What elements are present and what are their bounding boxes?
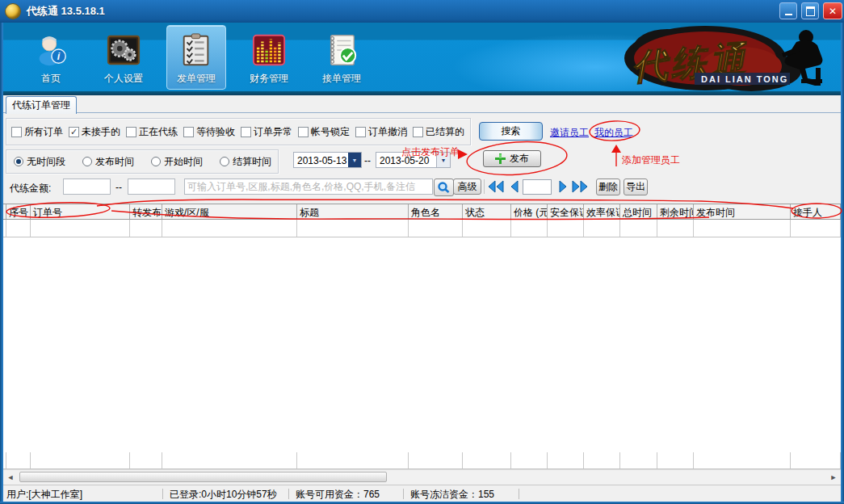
column-header[interactable]: 游戏/区/服 bbox=[162, 204, 297, 219]
my-staff-link[interactable]: 我的员工 bbox=[594, 126, 633, 140]
scrollbar-thumb[interactable] bbox=[19, 472, 387, 482]
radio-label: 无时间段 bbox=[27, 155, 65, 169]
table-cell bbox=[31, 452, 130, 468]
export-button-label: 导出 bbox=[626, 181, 645, 192]
column-header[interactable]: 价格 (元 bbox=[511, 204, 548, 219]
radio-icon[interactable] bbox=[151, 157, 161, 166]
time-radio-3[interactable]: 结算时间 bbox=[220, 155, 271, 169]
column-header[interactable]: 总时间 bbox=[620, 204, 657, 219]
radio-icon[interactable] bbox=[14, 157, 23, 166]
table-cell bbox=[620, 452, 657, 468]
date-to-value: 2013-05-20 bbox=[376, 153, 436, 167]
filter-checkbox-6[interactable]: 订单撤消 bbox=[355, 125, 413, 139]
column-header[interactable]: 标题 bbox=[297, 204, 409, 219]
checkbox-icon[interactable] bbox=[183, 127, 194, 137]
chevron-down-icon[interactable]: ▼ bbox=[348, 153, 361, 167]
table-cell bbox=[584, 220, 620, 237]
advanced-search-button[interactable]: 高级 bbox=[453, 178, 481, 195]
table-cell bbox=[511, 220, 548, 237]
table-cell bbox=[694, 220, 791, 237]
amount-max-input[interactable] bbox=[128, 178, 175, 195]
filter-checkbox-4[interactable]: 订单异常 bbox=[241, 125, 298, 139]
nav-home[interactable]: i首页 bbox=[21, 25, 81, 90]
horizontal-scrollbar[interactable]: ◄ ► bbox=[3, 469, 841, 484]
left-arrow-icon bbox=[508, 180, 521, 193]
column-header[interactable]: 发布时间 bbox=[694, 204, 791, 219]
column-header[interactable]: 状态 bbox=[463, 204, 511, 219]
checkbox-icon[interactable] bbox=[413, 127, 423, 137]
close-button[interactable]: ✕ bbox=[823, 2, 842, 19]
nav-label: 发单管理 bbox=[177, 72, 216, 86]
keyword-search-button[interactable] bbox=[434, 178, 454, 196]
minimize-icon bbox=[785, 7, 792, 15]
checkbox-icon[interactable] bbox=[11, 127, 22, 137]
column-header[interactable]: 安全保证 bbox=[548, 204, 584, 219]
publish-order-button[interactable]: 发布 bbox=[483, 150, 541, 167]
filter-checkbox-7[interactable]: 已结算的 bbox=[413, 125, 470, 139]
settings-icon bbox=[106, 32, 141, 68]
radio-icon[interactable] bbox=[82, 157, 92, 166]
minimize-button[interactable] bbox=[779, 2, 797, 19]
amount-separator: -- bbox=[115, 182, 122, 193]
table-body-empty bbox=[3, 237, 841, 452]
nav-settings[interactable]: 个人设置 bbox=[94, 25, 153, 90]
checkbox-icon[interactable] bbox=[355, 127, 366, 137]
amount-label: 代练金额: bbox=[10, 182, 51, 195]
publish-icon bbox=[178, 32, 214, 68]
filter-checkbox-5[interactable]: 帐号锁定 bbox=[298, 125, 355, 139]
filter-checkbox-0[interactable]: 所有订单 bbox=[11, 125, 69, 139]
brand-logo: 代练通 DAI LIAN TONG bbox=[620, 24, 842, 92]
table-cell bbox=[130, 452, 162, 468]
chevron-down-icon[interactable]: ▼ bbox=[436, 153, 450, 167]
amount-min-input[interactable] bbox=[63, 178, 111, 195]
next-page-button[interactable] bbox=[556, 180, 570, 195]
export-button[interactable]: 导出 bbox=[624, 178, 648, 195]
status-divider bbox=[162, 489, 163, 499]
radio-icon[interactable] bbox=[220, 157, 229, 166]
page-number-input[interactable] bbox=[523, 179, 552, 195]
column-header[interactable]: 订单号 bbox=[31, 204, 130, 219]
last-page-button[interactable] bbox=[571, 180, 589, 195]
checkbox-icon[interactable] bbox=[241, 127, 251, 137]
column-header[interactable]: 转发布 bbox=[130, 204, 162, 219]
column-header[interactable]: 角色名 bbox=[409, 204, 463, 219]
checkbox-icon[interactable] bbox=[298, 127, 309, 137]
tab-dailian-order-mgmt[interactable]: 代练订单管理 bbox=[6, 96, 77, 114]
scroll-left-arrow-icon[interactable]: ◄ bbox=[5, 472, 16, 482]
table-header-row: 序号订单号转发布游戏/区/服标题角色名状态价格 (元安全保证效率保证总时间剩余时… bbox=[3, 204, 841, 220]
keyword-search-input[interactable] bbox=[184, 178, 433, 195]
nav-accept[interactable]: 接单管理 bbox=[312, 25, 372, 90]
table-cell bbox=[6, 220, 31, 237]
maximize-button[interactable] bbox=[801, 2, 819, 19]
prev-page-button[interactable] bbox=[507, 180, 522, 195]
date-range-separator: -- bbox=[364, 155, 371, 166]
column-header[interactable]: 效率保证 bbox=[584, 204, 620, 219]
radio-label: 结算时间 bbox=[233, 155, 271, 169]
date-from-select[interactable]: 2013-05-13 ▼ bbox=[293, 152, 362, 168]
time-radio-1[interactable]: 发布时间 bbox=[82, 155, 134, 169]
column-header[interactable]: 接手人 bbox=[791, 204, 841, 219]
table-cell bbox=[297, 220, 409, 237]
filter-checkbox-3[interactable]: 等待验收 bbox=[183, 125, 241, 139]
filter-checkbox-1[interactable]: ✓未接手的 bbox=[69, 125, 126, 139]
window-title: 代练通 13.5.18.1 bbox=[27, 4, 105, 19]
filter-checkbox-2[interactable]: 正在代练 bbox=[126, 125, 183, 139]
search-button[interactable]: 搜索 bbox=[479, 122, 543, 141]
finance-icon bbox=[251, 32, 287, 68]
nav-finance[interactable]: 财务管理 bbox=[239, 25, 299, 90]
nav-publish[interactable]: 发单管理 bbox=[166, 25, 226, 90]
nav-label: 财务管理 bbox=[250, 72, 288, 86]
time-radio-0[interactable]: 无时间段 bbox=[14, 155, 65, 169]
toolbar: i首页个人设置发单管理财务管理接单管理 代练通 DAI LIAN TONG bbox=[0, 23, 844, 91]
checkbox-icon[interactable] bbox=[126, 127, 136, 137]
scroll-right-arrow-icon[interactable]: ► bbox=[828, 472, 839, 482]
column-header[interactable]: 序号 bbox=[6, 204, 31, 219]
column-header[interactable]: 剩余时间 bbox=[657, 204, 694, 219]
delete-button[interactable]: 删除 bbox=[596, 178, 620, 195]
invite-staff-link[interactable]: 邀请员工 bbox=[550, 126, 589, 140]
first-page-button[interactable] bbox=[487, 180, 505, 195]
arrow-up-icon bbox=[611, 145, 621, 153]
checkbox-icon[interactable]: ✓ bbox=[69, 127, 79, 137]
time-radio-2[interactable]: 开始时间 bbox=[151, 155, 203, 169]
date-to-select[interactable]: 2013-05-20 ▼ bbox=[376, 152, 451, 168]
